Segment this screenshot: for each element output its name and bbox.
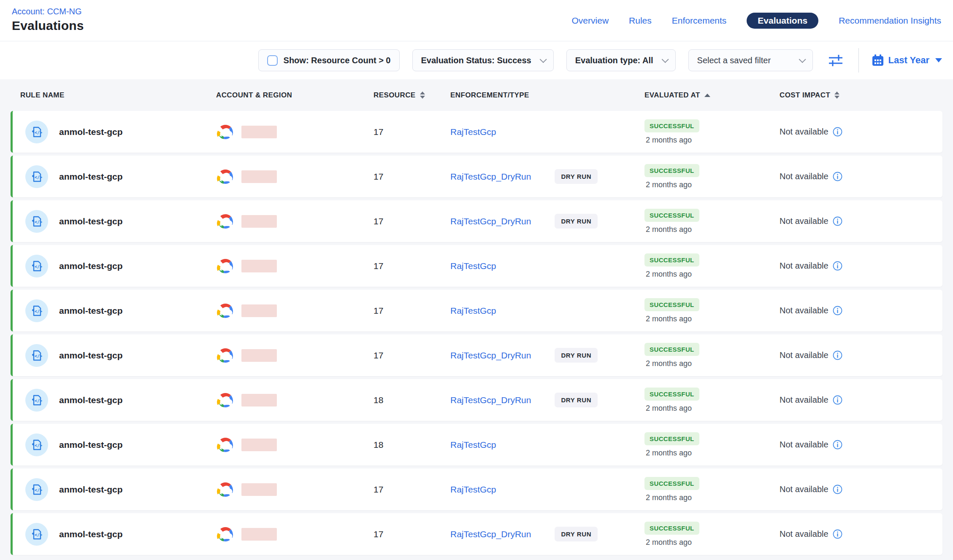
resource-count-checkbox[interactable] [267,55,278,66]
rule-name: anmol-test-gcp [59,261,123,271]
table-row[interactable]: </> anmol-test-gcp 17 [11,334,942,376]
resource-count: 17 [374,216,450,226]
filter-settings-button[interactable] [826,50,846,70]
evaluated-time: 2 months ago [644,180,692,189]
resource-count: 18 [374,395,450,405]
column-header-cost-impact: COST IMPACT [780,91,942,100]
nav-item-rules[interactable]: Rules [629,13,652,29]
table-row[interactable]: </> anmol-test-gcp 18 [11,424,942,466]
info-icon[interactable] [833,395,842,405]
enforcement-link[interactable]: RajTestGcp_DryRun [450,395,531,405]
calendar-icon [872,54,884,67]
enforcement-link[interactable]: RajTestGcp [450,440,496,450]
enforcement-link[interactable]: RajTestGcp_DryRun [450,350,531,361]
svg-text:</>: </> [35,220,42,224]
gcp-icon [216,393,235,408]
evaluation-status-dropdown[interactable]: Evaluation Status: Success [412,49,554,71]
sort-asc-icon[interactable] [704,94,710,97]
dry-run-badge: DRY RUN [555,527,598,541]
table-row[interactable]: </> anmol-test-gcp 17 [11,513,942,555]
table-row[interactable]: </> anmol-test-gcp 17 [11,200,942,242]
status-badge: SUCCESSFUL [644,209,699,222]
evaluations-table: RULE NAME ACCOUNT & REGION RESOURCE ENFO… [0,79,953,560]
cost-impact-value: Not available [780,395,828,405]
sort-icon[interactable] [834,92,839,99]
cost-impact-value: Not available [780,172,828,181]
status-badge: SUCCESSFUL [644,432,699,445]
info-icon[interactable] [833,261,842,271]
cost-impact-value: Not available [780,529,828,539]
evaluated-time: 2 months ago [644,538,692,547]
svg-text:</>: </> [35,443,42,448]
info-icon[interactable] [833,350,842,360]
column-header-enforcement-type: ENFORCEMENT/TYPE [450,91,644,100]
date-range-value: Last Year [888,55,929,66]
rule-name: anmol-test-gcp [59,529,123,539]
info-icon[interactable] [833,216,842,226]
evaluated-time: 2 months ago [644,404,692,413]
info-icon[interactable] [833,440,842,450]
filter-sliders-icon [827,53,844,68]
evaluated-time: 2 months ago [644,359,692,368]
cost-impact-value: Not available [780,216,828,226]
saved-filter-dropdown[interactable]: Select a saved filter [688,49,813,71]
enforcement-link[interactable]: RajTestGcp_DryRun [450,216,531,226]
table-row[interactable]: </> anmol-test-gcp 17 [11,290,942,331]
enforcement-link[interactable]: RajTestGcp [450,485,496,495]
nav-item-overview[interactable]: Overview [572,13,609,29]
enforcement-link[interactable]: RajTestGcp [450,306,496,316]
svg-text:</>: </> [35,264,42,269]
enforcement-link[interactable]: RajTestGcp [450,261,496,271]
info-icon[interactable] [833,485,842,494]
gcp-icon [216,214,235,229]
rule-icon: </> [25,210,48,233]
table-row[interactable]: </> anmol-test-gcp 17 [11,111,942,153]
nav-item-evaluations[interactable]: Evaluations [747,13,818,29]
divider [858,48,859,73]
breadcrumb[interactable]: Account: CCM-NG [12,7,82,16]
dry-run-badge: DRY RUN [555,169,598,184]
evaluation-type-dropdown[interactable]: Evaluation type: All [566,49,676,71]
date-range-picker[interactable]: Last Year [872,54,942,67]
table-row[interactable]: </> anmol-test-gcp 17 [11,468,942,510]
resource-count-filter[interactable]: Show: Resource Count > 0 [258,49,400,71]
info-icon[interactable] [833,172,842,181]
nav-item-recommendation-insights[interactable]: Recommendation Insights [839,13,941,29]
status-badge: SUCCESSFUL [644,164,699,177]
table-row[interactable]: </> anmol-test-gcp 18 [11,379,942,421]
table-row[interactable]: </> anmol-test-gcp 17 [11,245,942,287]
enforcement-link[interactable]: RajTestGcp_DryRun [450,172,531,182]
evaluated-time: 2 months ago [644,449,692,458]
rule-name: anmol-test-gcp [59,485,123,495]
enforcement-link[interactable]: RajTestGcp [450,127,496,137]
redacted-account-name [241,394,277,407]
nav-item-enforcements[interactable]: Enforcements [672,13,727,29]
info-icon[interactable] [833,306,842,315]
redacted-account-name [241,215,277,228]
resource-count-filter-label: Show: Resource Count > 0 [284,56,391,65]
dry-run-badge: DRY RUN [555,348,598,363]
info-icon[interactable] [833,529,842,539]
resource-count: 17 [374,350,450,361]
saved-filter-placeholder: Select a saved filter [697,56,771,65]
info-icon[interactable] [833,127,842,137]
status-badge: SUCCESSFUL [644,298,699,311]
sort-icon[interactable] [420,92,425,99]
rule-icon: </> [25,389,48,412]
cost-impact-value: Not available [780,306,828,315]
rule-icon: </> [25,478,48,501]
column-header-resource: RESOURCE [374,91,450,100]
redacted-account-name [241,439,277,451]
status-badge: SUCCESSFUL [644,477,699,490]
rule-name: anmol-test-gcp [59,127,123,137]
rule-icon: </> [25,299,48,322]
enforcement-link[interactable]: RajTestGcp_DryRun [450,529,531,539]
rule-icon: </> [25,121,48,143]
status-badge: SUCCESSFUL [644,119,699,132]
rule-name: anmol-test-gcp [59,306,123,316]
gcp-icon [216,482,235,497]
table-row[interactable]: </> anmol-test-gcp 17 [11,156,942,197]
rule-icon: </> [25,433,48,456]
caret-down-icon [935,58,942,62]
gcp-icon [216,124,235,140]
